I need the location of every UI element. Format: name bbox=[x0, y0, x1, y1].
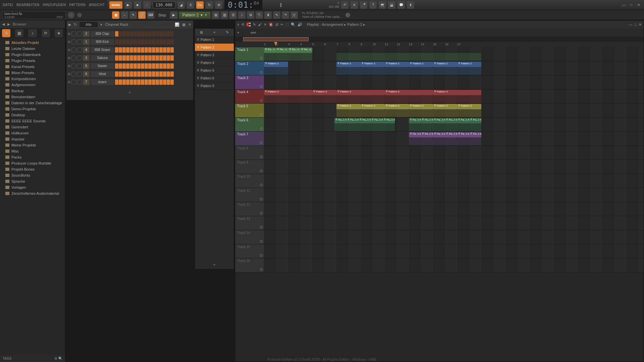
track-lane[interactable]: ⠿ Pattern 4⠿ Pattern 4⠿ Pattern 4⠿ Patte… bbox=[264, 89, 488, 103]
clip-body[interactable] bbox=[361, 67, 385, 75]
step-cell[interactable] bbox=[170, 47, 174, 53]
step-cell[interactable] bbox=[137, 31, 141, 37]
pattern-item[interactable]: ⠿Pattern 5 bbox=[195, 67, 234, 74]
pl-tool-play-icon[interactable]: 🔊 bbox=[298, 22, 302, 27]
step-cell[interactable] bbox=[152, 71, 155, 77]
browser-tab-all[interactable]: ✚ bbox=[2, 29, 10, 37]
track-lane[interactable]: ⠿ Pattern 2⠿ Pattern 2⠿ Pattern 2⠿ Patte… bbox=[264, 61, 488, 75]
channel-number[interactable]: 6 bbox=[83, 71, 90, 77]
track-mute-dot-icon[interactable] bbox=[260, 57, 263, 60]
folder-item[interactable]: Benutzerdaten bbox=[0, 94, 65, 100]
folder-item[interactable]: Aufgenommen bbox=[0, 82, 65, 88]
pp-view-icon[interactable]: ⊞ bbox=[200, 30, 203, 35]
clip[interactable]: ⠿ Pa..n 6 bbox=[457, 132, 469, 137]
step-cell[interactable] bbox=[115, 71, 118, 77]
channel-solo-button[interactable] bbox=[77, 56, 82, 60]
step-cell[interactable] bbox=[170, 39, 174, 45]
track-lane[interactable] bbox=[264, 188, 488, 202]
step-cell[interactable] bbox=[167, 47, 170, 53]
step-edit-button[interactable]: ⧉ bbox=[215, 1, 222, 9]
folder-item[interactable]: Meine Projekte bbox=[0, 142, 65, 148]
track-mute-dot-icon[interactable] bbox=[260, 127, 263, 130]
clip-body[interactable] bbox=[346, 123, 359, 131]
folder-item[interactable]: Packs bbox=[0, 154, 65, 160]
step-cell[interactable] bbox=[122, 63, 126, 69]
pp-add-icon[interactable]: + bbox=[213, 30, 215, 34]
folder-item[interactable]: Producer Loops Rumble bbox=[0, 160, 65, 166]
clip-body[interactable] bbox=[409, 137, 421, 145]
step-cell[interactable] bbox=[156, 71, 159, 77]
folder-item[interactable]: Aktuelles Projekt bbox=[0, 40, 65, 46]
clip-body[interactable] bbox=[383, 123, 395, 131]
browser-tab-4[interactable]: ⟳ bbox=[42, 29, 50, 37]
folder-item[interactable]: Sprache bbox=[0, 178, 65, 184]
step-cell[interactable] bbox=[148, 55, 152, 61]
track-header[interactable]: Track 5 bbox=[235, 104, 264, 117]
cr-grid-icon[interactable]: ▦ bbox=[182, 22, 185, 27]
clip[interactable]: ⠿ Pa..n 6 bbox=[409, 132, 421, 137]
step-cell[interactable] bbox=[122, 79, 126, 85]
step-cell[interactable] bbox=[133, 39, 137, 45]
clip[interactable]: ⠿ Pattern 3 bbox=[409, 104, 433, 109]
step-cell[interactable] bbox=[167, 55, 170, 61]
channel-number[interactable]: 3 bbox=[83, 55, 90, 61]
clip[interactable]: ⠿ Pattern 4 bbox=[433, 90, 481, 95]
clip[interactable]: ⠿ Pa...n 1 bbox=[276, 48, 288, 53]
step-cell[interactable] bbox=[133, 79, 137, 85]
step-cell[interactable] bbox=[130, 39, 133, 45]
folder-item[interactable]: Hüllkurven bbox=[0, 130, 65, 136]
step-cell[interactable] bbox=[159, 47, 163, 53]
channel-led-icon[interactable] bbox=[68, 57, 70, 59]
track-mute-dot-icon[interactable] bbox=[260, 85, 263, 88]
channel-mute-button[interactable] bbox=[71, 64, 76, 68]
pl-tool-select-icon[interactable]: ⬚ bbox=[285, 22, 289, 27]
step-cell[interactable] bbox=[167, 31, 170, 37]
step-cell[interactable] bbox=[119, 47, 122, 53]
step-cell[interactable] bbox=[115, 63, 118, 69]
step-cell[interactable] bbox=[152, 31, 155, 37]
folder-item[interactable]: Demo-Projekte bbox=[0, 106, 65, 112]
step-cell[interactable] bbox=[126, 39, 129, 45]
channel-name-button[interactable]: 808 Snare bbox=[91, 47, 114, 53]
step-cell[interactable] bbox=[130, 47, 133, 53]
folder-item[interactable]: Letzte Dateien bbox=[0, 46, 65, 52]
clip-body[interactable] bbox=[409, 123, 421, 131]
clip[interactable]: ⠿ Pa..n 6 bbox=[469, 132, 481, 137]
clip-body[interactable] bbox=[433, 95, 481, 103]
channel-mute-button[interactable] bbox=[71, 48, 76, 52]
main-volume-knob[interactable] bbox=[67, 11, 75, 19]
clip-body[interactable] bbox=[385, 53, 409, 61]
download-button[interactable]: ⬇ bbox=[407, 1, 414, 9]
track-header[interactable]: Track 10 bbox=[235, 174, 264, 188]
channel-mute-button[interactable] bbox=[71, 40, 76, 44]
pattern-selector[interactable]: Pattern 2▾+ bbox=[179, 11, 211, 19]
master-volume-slider[interactable] bbox=[264, 4, 305, 6]
step-cell[interactable] bbox=[145, 39, 148, 45]
clip-body[interactable] bbox=[336, 53, 361, 61]
track-header[interactable]: Track 16 bbox=[235, 258, 264, 272]
plugin-button[interactable]: 🔌 bbox=[256, 11, 263, 19]
step-cell[interactable] bbox=[159, 79, 163, 85]
step-cell[interactable] bbox=[167, 79, 170, 85]
step-cell[interactable] bbox=[167, 63, 170, 69]
help-button[interactable]: ? bbox=[369, 1, 377, 9]
folder-item[interactable]: Desktop bbox=[0, 112, 65, 118]
track-mute-dot-icon[interactable] bbox=[260, 184, 263, 186]
channel-number[interactable]: 1 bbox=[83, 39, 90, 45]
step-cell[interactable] bbox=[170, 71, 174, 77]
clip[interactable]: ⠿ Pattern 2 bbox=[264, 62, 288, 67]
track-header[interactable]: Track 13 bbox=[235, 216, 264, 230]
folder-item[interactable]: Gerendert bbox=[0, 124, 65, 130]
step-cell[interactable] bbox=[119, 71, 122, 77]
step-cell[interactable] bbox=[133, 71, 137, 77]
cr-close-icon[interactable]: ✕ bbox=[188, 22, 191, 27]
step-cell[interactable] bbox=[159, 39, 163, 45]
channel-name-button[interactable]: 808 Kick bbox=[91, 39, 114, 45]
step-cell[interactable] bbox=[130, 55, 133, 61]
step-cell[interactable] bbox=[141, 39, 144, 45]
folder-item[interactable]: Impulse bbox=[0, 136, 65, 142]
step-cell[interactable] bbox=[148, 63, 152, 69]
view-playlist-button[interactable]: ▤ bbox=[212, 11, 219, 19]
step-cell[interactable] bbox=[126, 31, 129, 37]
track-header[interactable]: Track 2 bbox=[235, 61, 264, 75]
